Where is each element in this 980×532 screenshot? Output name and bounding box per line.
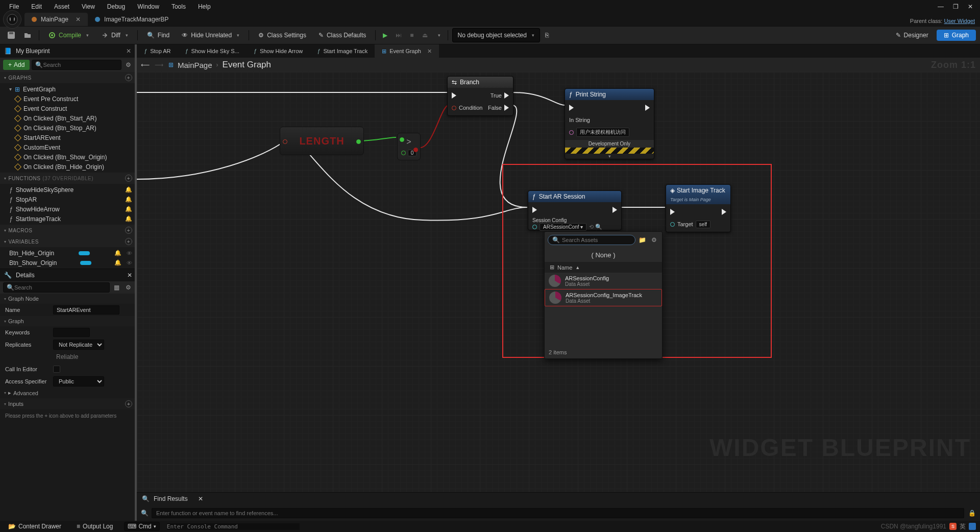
console-input[interactable]: [167, 523, 300, 530]
folder-icon[interactable]: 📁: [639, 236, 646, 244]
tree-fn[interactable]: ƒShowHideArrow🔔: [0, 204, 136, 214]
tree-fn[interactable]: ƒStartImageTrack🔔: [0, 214, 136, 224]
breadcrumb-sub[interactable]: Event Graph: [223, 60, 271, 70]
menu-tools[interactable]: Tools: [165, 1, 192, 12]
tree-event[interactable]: Event Construct: [0, 104, 136, 113]
object-pin[interactable]: [670, 222, 675, 227]
group-graph[interactable]: Graph: [0, 316, 136, 326]
add-function-icon[interactable]: +: [125, 175, 132, 182]
exec-in-pin[interactable]: [532, 207, 537, 213]
menu-asset[interactable]: Asset: [48, 1, 76, 12]
section-graphs[interactable]: GRAPHS+: [0, 72, 136, 83]
node-print-string[interactable]: ƒPrint String In String 用户未授权相机访问 Develo…: [565, 88, 654, 159]
asset-item-highlighted[interactable]: ARSessionConfig_ImageTrackData Asset: [545, 289, 662, 306]
parent-class-link[interactable]: User Widget: [944, 18, 975, 24]
node-branch[interactable]: ⇆Branch True ConditionFalse: [447, 76, 513, 116]
cmd-dropdown[interactable]: ⌨Cmd▾: [124, 522, 159, 531]
exec-in-pin[interactable]: [670, 209, 675, 215]
graph-tab[interactable]: ƒShow Hide Sky S...: [178, 44, 246, 58]
asset-item[interactable]: ARSessionConfigData Asset: [545, 273, 662, 289]
stop-button[interactable]: ■: [407, 28, 416, 42]
group-graphnode[interactable]: Graph Node: [0, 294, 136, 304]
section-macros[interactable]: MACROS+: [0, 225, 136, 236]
group-advanced[interactable]: ▸ Advanced: [0, 388, 136, 398]
graph-tab[interactable]: ƒShow Hide Arrow: [247, 44, 310, 58]
details-search[interactable]: 🔍: [3, 282, 110, 293]
tree-event[interactable]: On Clicked (Btn_Show_Origin): [0, 152, 136, 162]
prop-access-select[interactable]: Public: [53, 376, 104, 386]
find-scope-icon[interactable]: 🔒: [968, 510, 976, 517]
maximize-icon[interactable]: ❐: [953, 3, 959, 10]
exec-in-pin[interactable]: [569, 105, 574, 111]
tree-event[interactable]: On Clicked (Btn_Hide_Origin): [0, 162, 136, 172]
node-length[interactable]: LENGTH: [280, 127, 364, 155]
breadcrumb-main[interactable]: MainPage: [178, 61, 212, 69]
play-button[interactable]: ▶: [380, 28, 390, 42]
tree-eventgraph[interactable]: ▾⊞EventGraph: [0, 84, 136, 94]
ime-lang[interactable]: 英: [960, 522, 966, 531]
compile-button[interactable]: Compile: [43, 28, 94, 42]
output-log-button[interactable]: ≡Output Log: [72, 522, 117, 531]
step-button[interactable]: ⏭: [393, 28, 405, 42]
tree-fn[interactable]: ƒShowHideSkySphere🔔: [0, 185, 136, 195]
menu-view[interactable]: View: [76, 1, 101, 12]
diff-button[interactable]: Diff: [96, 28, 133, 42]
eject-button[interactable]: ⏏: [419, 28, 431, 42]
content-drawer-button[interactable]: 📂Content Drawer: [4, 522, 65, 531]
ime-icon[interactable]: S: [949, 523, 957, 530]
section-functions[interactable]: FUNCTIONS(37 OVERRIDABLE)+: [0, 173, 136, 184]
session-config-value[interactable]: ARSessionConf ▾: [540, 223, 586, 231]
menu-help[interactable]: Help: [192, 1, 217, 12]
add-button[interactable]: +Add: [3, 60, 30, 70]
menu-debug[interactable]: Debug: [101, 1, 131, 12]
doc-tab-imagetrack[interactable]: ImageTrackManagerBP: [88, 13, 176, 26]
designer-button[interactable]: ✎Designer: [891, 28, 934, 42]
bell-icon[interactable]: 🔔: [125, 206, 132, 212]
my-blueprint-tab[interactable]: 📘My Blueprint ✕: [0, 44, 136, 58]
tree-event[interactable]: Event Pre Construct: [0, 94, 136, 104]
column-header[interactable]: ⊞Name▲: [545, 262, 662, 273]
prop-replicates-select[interactable]: Not Replicated: [53, 340, 104, 350]
minimize-icon[interactable]: —: [938, 3, 944, 10]
close-tab-icon[interactable]: ✕: [76, 16, 81, 23]
play-options[interactable]: [433, 28, 444, 42]
tree-event[interactable]: StartAREvent: [0, 133, 136, 142]
gear-icon[interactable]: ⚙: [124, 283, 133, 292]
hide-unrelated-button[interactable]: 👁Hide Unrelated: [177, 28, 244, 42]
object-pin[interactable]: [532, 225, 537, 229]
tree-var[interactable]: Btn_Hide_Origin🔔👁: [0, 248, 136, 258]
add-graph-icon[interactable]: +: [125, 74, 132, 81]
add-macro-icon[interactable]: +: [125, 227, 132, 234]
bool-pin[interactable]: [452, 106, 456, 110]
tree-event[interactable]: CustomEvent: [0, 142, 136, 152]
graph-tab-eventgraph[interactable]: ⊞Event Graph✕: [375, 44, 439, 58]
exec-out-pin[interactable]: [612, 207, 617, 213]
close-panel-icon[interactable]: ✕: [127, 272, 132, 279]
search-input[interactable]: 🔍: [32, 60, 121, 70]
bell-icon[interactable]: 🔔: [114, 250, 121, 256]
nav-back-icon[interactable]: ⟵: [141, 61, 150, 68]
exec-in-pin[interactable]: [452, 92, 456, 99]
details-tab[interactable]: 🔧Details✕: [0, 269, 136, 281]
prop-name-input[interactable]: [53, 305, 119, 315]
close-panel-icon[interactable]: ✕: [198, 495, 203, 502]
tree-fn[interactable]: ƒStopAR🔔: [0, 195, 136, 204]
data-pin[interactable]: [401, 151, 406, 155]
menu-edit[interactable]: Edit: [25, 1, 48, 12]
exec-out-pin[interactable]: [645, 105, 650, 111]
close-icon[interactable]: ✕: [968, 3, 973, 10]
graph-button[interactable]: ⊞Graph: [937, 30, 976, 41]
save-icon[interactable]: [4, 28, 18, 42]
menu-window[interactable]: Window: [131, 1, 165, 12]
target-value[interactable]: self: [696, 221, 711, 228]
find-results-tab[interactable]: Find Results: [154, 495, 188, 502]
debug-object-select[interactable]: No debug object selected: [452, 28, 540, 42]
bell-icon[interactable]: 🔔: [114, 259, 121, 266]
nav-fwd-icon[interactable]: ⟶: [155, 61, 163, 68]
gear-icon[interactable]: ⚙: [649, 235, 659, 245]
node-start-ar-session[interactable]: ƒStart AR Session Session Config ARSessi…: [528, 190, 622, 230]
grid-view-icon[interactable]: ▦: [112, 283, 121, 292]
locate-debug-icon[interactable]: ⎘: [542, 28, 552, 42]
string-pin[interactable]: [569, 130, 574, 135]
prop-callineditor-checkbox[interactable]: [53, 366, 60, 373]
